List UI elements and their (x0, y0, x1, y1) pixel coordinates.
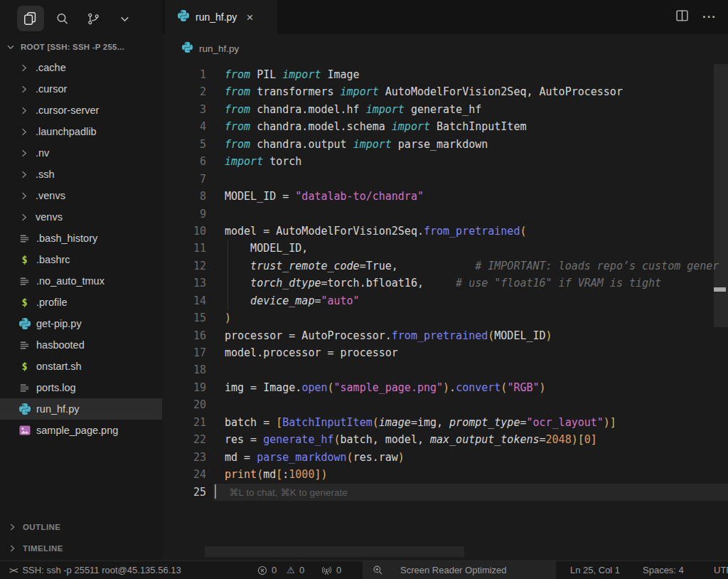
code-area[interactable]: 1234567891011121314151617181920212223242… (162, 63, 728, 561)
file-item-get-pip.py[interactable]: get-pip.py (0, 313, 162, 334)
code-line-9[interactable] (213, 206, 728, 223)
code-line-3[interactable]: from chandra.model.hf import generate_hf (213, 101, 728, 118)
item-label: .cursor-server (36, 105, 99, 116)
code-line-14[interactable]: device_map="auto" (213, 292, 728, 309)
explorer-icon[interactable] (17, 6, 44, 31)
code-line-12[interactable]: trust_remote_code=True, # IMPORTANT: loa… (213, 257, 728, 275)
file-item-hasbooted[interactable]: hasbooted (0, 334, 162, 356)
breadcrumb[interactable]: run_hf.py (162, 34, 728, 63)
breadcrumb-file-label: run_hf.py (199, 43, 239, 54)
code-lines[interactable]: from PIL import Imagefrom transformers i… (213, 66, 728, 501)
cursor-position[interactable]: Ln 25, Col 1 (570, 561, 620, 579)
folder-item-.launchpadlib[interactable]: .launchpadlib (0, 121, 162, 142)
text-cursor (215, 484, 216, 499)
item-label: .venvs (36, 190, 65, 201)
timeline-label: TIMELINE (23, 544, 63, 553)
timeline-section-header[interactable]: TIMELINE (0, 538, 162, 559)
search-icon[interactable] (48, 6, 75, 31)
file-icon (19, 233, 30, 244)
code-line-11[interactable]: MODEL_ID, (213, 240, 728, 257)
error-count: 0 (272, 565, 277, 575)
code-line-20[interactable] (213, 396, 728, 413)
item-label: .cache (36, 62, 66, 73)
code-line-22[interactable]: res = generate_hf(batch, model, max_outp… (213, 431, 728, 448)
editor-group: run_hf.py × ··· run_hf.py 12345678910111… (162, 0, 728, 561)
folder-item-venvs[interactable]: venvs (0, 206, 162, 228)
indentation-setting[interactable]: Spaces: 4 (643, 561, 684, 579)
file-item-sample_page.png[interactable]: sample_page.png (0, 420, 162, 441)
close-icon[interactable]: × (246, 11, 253, 23)
folder-item-.cursor[interactable]: .cursor (0, 78, 162, 100)
code-line-1[interactable]: from PIL import Image (213, 66, 728, 83)
more-actions-icon[interactable]: ··· (702, 10, 717, 24)
chevron-right-icon (18, 191, 29, 201)
folder-item-.cursor-server[interactable]: .cursor-server (0, 100, 162, 121)
encoding-setting[interactable]: UTF-8 (714, 561, 728, 579)
remote-label: SSH: ssh -p 25511 root@45.135.56.13 (22, 565, 181, 575)
activity-bar (17, 4, 138, 33)
ports-indicator[interactable]: 0 (321, 561, 341, 579)
file-item-.bashrc[interactable]: $.bashrc (0, 249, 162, 270)
chevron-right-icon (7, 543, 17, 553)
line-number: 19 (162, 379, 206, 396)
line-number: 24 (162, 466, 206, 483)
code-line-23[interactable]: md = parse_markdown(res.raw) (213, 449, 728, 466)
file-item-ports.log[interactable]: ports.log (0, 377, 162, 398)
code-line-7[interactable] (213, 171, 728, 188)
remote-indicator[interactable]: >< SSH: ssh -p 25511 root@45.135.56.13 (9, 561, 181, 579)
cursor-editor-window: ROOT [SSH: SSH -P 255... .cache.cursor.c… (0, 0, 728, 579)
file-item-.no_auto_tmux[interactable]: .no_auto_tmux (0, 270, 162, 292)
code-line-6[interactable]: import torch (213, 153, 728, 170)
ai-hint-placeholder: ⌘L to chat, ⌘K to generate (229, 487, 348, 498)
file-item-run_hf.py[interactable]: run_hf.py (0, 398, 162, 420)
line-number: 12 (162, 257, 206, 275)
explorer-root-header[interactable]: ROOT [SSH: SSH -P 255... (0, 37, 162, 57)
code-line-15[interactable]: ) (213, 309, 728, 326)
folder-item-.ssh[interactable]: .ssh (0, 164, 162, 185)
code-line-16[interactable]: processor = AutoProcessor.from_pretraine… (213, 327, 728, 344)
line-number: 14 (162, 292, 206, 309)
chevron-right-icon (18, 169, 29, 180)
shell-icon: $ (21, 254, 27, 265)
remote-ssh-icon: >< (9, 565, 16, 575)
screen-reader-mode[interactable]: Screen Reader Optimized (363, 561, 556, 579)
warning-icon: ⚠ (287, 565, 295, 575)
tab-run-hf-py[interactable]: run_hf.py × (165, 0, 277, 34)
split-editor-icon[interactable] (676, 10, 688, 24)
code-line-25[interactable]: ⌘L to chat, ⌘K to generate (213, 484, 728, 501)
folder-item-.venvs[interactable]: .venvs (0, 185, 162, 206)
line-number: 8 (162, 188, 206, 205)
code-line-4[interactable]: from chandra.model.schema import BatchIn… (213, 118, 728, 135)
item-label: sample_page.png (36, 425, 118, 436)
error-icon (257, 565, 267, 575)
python-icon (178, 10, 189, 24)
code-line-18[interactable] (213, 361, 728, 378)
chevron-down-icon[interactable] (111, 6, 138, 31)
screen-reader-label: Screen Reader Optimized (400, 565, 507, 575)
code-line-21[interactable]: batch = [BatchInputItem(image=img, promp… (213, 414, 728, 431)
code-line-17[interactable]: model.processor = processor (213, 344, 728, 361)
file-item-onstart.sh[interactable]: $onstart.sh (0, 356, 162, 377)
file-item-.profile[interactable]: $.profile (0, 292, 162, 313)
problems-indicator[interactable]: 0 ⚠ 0 (257, 561, 310, 579)
line-number: 6 (162, 153, 206, 170)
chevron-right-icon (18, 148, 29, 159)
file-item-.bash_history[interactable]: .bash_history (0, 228, 162, 249)
folder-item-.cache[interactable]: .cache (0, 57, 162, 78)
item-label: get-pip.py (36, 318, 82, 329)
code-line-8[interactable]: MODEL_ID = "datalab-to/chandra" (213, 188, 728, 205)
folder-item-.nv[interactable]: .nv (0, 142, 162, 164)
code-line-10[interactable]: model = AutoModelForVision2Seq.from_pret… (213, 223, 728, 240)
horizontal-scrollbar[interactable] (205, 546, 464, 557)
python-icon (182, 42, 193, 55)
source-control-icon[interactable] (80, 6, 107, 31)
code-line-24[interactable]: print(md[:1000]) (213, 466, 728, 483)
chevron-right-icon (18, 105, 29, 116)
code-line-19[interactable]: img = Image.open("sample_page.png").conv… (213, 379, 728, 396)
outline-section-header[interactable]: OUTLINE (0, 516, 162, 538)
warning-count: 0 (299, 565, 304, 575)
code-line-2[interactable]: from transformers import AutoModelForVis… (213, 83, 728, 100)
tab-bar: run_hf.py × ··· (162, 0, 728, 34)
code-line-13[interactable]: torch_dtype=torch.bfloat16, # use "float… (213, 275, 728, 292)
code-line-5[interactable]: from chandra.output import parse_markdow… (213, 136, 728, 153)
